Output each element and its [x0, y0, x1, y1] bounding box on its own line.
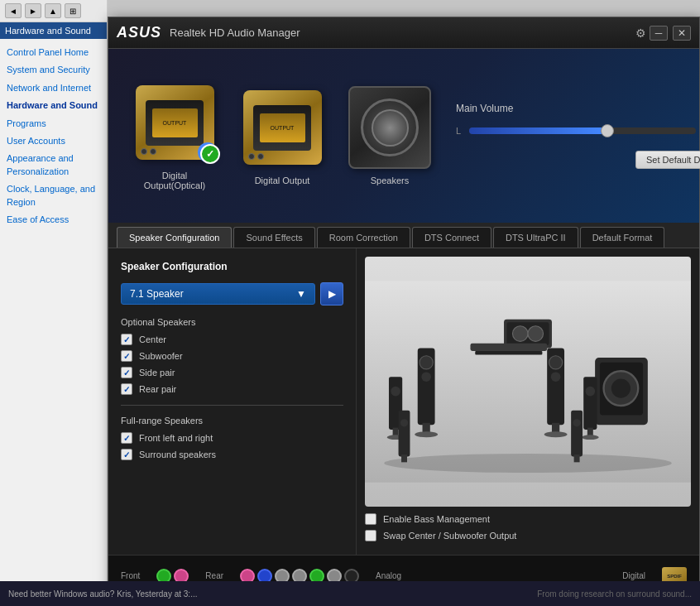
svg-rect-24 [583, 377, 597, 430]
svg-rect-33 [574, 454, 580, 462]
close-button[interactable]: ✕ [673, 26, 691, 41]
speaker-config-select-row: 7.1 Speaker ▼ ▶ [121, 282, 343, 305]
settings-icon[interactable]: ⚙ [631, 26, 650, 41]
tab-speaker-configuration[interactable]: Speaker Configuration [117, 227, 232, 248]
svg-rect-35 [475, 351, 542, 355]
section-divider [121, 405, 343, 406]
svg-point-27 [582, 435, 599, 440]
forward-button[interactable]: ► [25, 3, 41, 18]
subwoofer-label: Subwoofer [139, 351, 183, 361]
cb-row-center: Center [121, 334, 343, 345]
left-panel: Speaker Configuration 7.1 Speaker ▼ ▶ Op… [108, 248, 357, 555]
rear-pair-checkbox[interactable] [121, 383, 132, 395]
check-badge: ✓ [200, 144, 220, 164]
svg-point-9 [611, 379, 630, 398]
device-label-optical: Digital Output(Optical) [133, 171, 216, 190]
device-digital-output[interactable]: OUTPUT Digital Output [241, 86, 324, 185]
svg-point-12 [421, 372, 431, 382]
tab-default-format[interactable]: Default Format [580, 227, 665, 248]
sidebar-item-system-security[interactable]: System and Security [0, 61, 107, 79]
taskbar: Need better Windows audio? Kris, Yesterd… [0, 581, 700, 606]
svg-point-19 [544, 431, 568, 437]
sidebar-item-ease-access[interactable]: Ease of Access [0, 211, 107, 228]
tab-dts-ultrapc[interactable]: DTS UltraPC II [493, 227, 578, 248]
svg-rect-34 [470, 344, 547, 351]
front-label: Front [121, 571, 140, 580]
sidebar-item-user-accounts[interactable]: User Accounts [0, 132, 107, 150]
sidebar-item-network-internet[interactable]: Network and Internet [0, 79, 107, 97]
surround-label: Surround speakers [139, 450, 216, 459]
right-panel: Enable Bass Management Swap Center / Sub… [357, 248, 699, 555]
device-label-speakers: Speakers [371, 176, 409, 185]
sidebar-item-hardware-sound[interactable]: Hardware and Sound [0, 97, 107, 114]
set-default-device-button[interactable]: Set Default Device ▼ [635, 151, 700, 169]
subwoofer-checkbox[interactable] [121, 350, 132, 362]
device-digital-output-optical[interactable]: OUTPUT 💬 ✓ Digital Output(Optical) [133, 81, 216, 190]
svg-point-29 [400, 419, 408, 426]
back-button[interactable]: ◄ [5, 3, 22, 18]
svg-point-11 [420, 356, 433, 369]
realtek-window: ASUS Realtek HD Audio Manager ⚙ ─ ✕ OUTP… [108, 17, 700, 596]
front-lr-checkbox[interactable] [121, 432, 132, 444]
sidebar-item-control-panel-home[interactable]: Control Panel Home [0, 44, 107, 61]
cp-header: Hardware and Sound [0, 22, 107, 39]
volume-label: Main Volume [456, 103, 700, 114]
volume-slider[interactable] [469, 127, 696, 134]
cb-row-rear-pair: Rear pair [121, 383, 343, 395]
analog-label: Analog [376, 571, 401, 580]
speaker-config-dropdown[interactable]: 7.1 Speaker ▼ [121, 283, 315, 305]
full-range-title: Full-range Speakers [121, 416, 343, 426]
tabs-bar: Speaker Configuration Sound Effects Room… [108, 223, 699, 248]
window-title: Realtek HD Audio Manager [170, 26, 631, 39]
bass-management-label: Enable Bass Management [383, 514, 490, 524]
rear-pair-label: Rear pair [139, 384, 176, 394]
device-label-digital: Digital Output [255, 176, 310, 185]
speaker-config-title: Speaker Configuration [121, 261, 343, 272]
swap-center-label: Swap Center / Subwoofer Output [383, 531, 516, 541]
sidebar-item-appearance[interactable]: Appearance and Personalization [0, 150, 107, 180]
center-checkbox[interactable] [121, 334, 132, 345]
svg-point-32 [573, 419, 580, 426]
bass-management-checkbox[interactable] [365, 513, 376, 525]
volume-left-label: L [456, 126, 461, 136]
sidebar-item-clock[interactable]: Clock, Language, and Region [0, 180, 107, 211]
svg-rect-30 [401, 454, 407, 462]
svg-point-5 [528, 326, 544, 342]
taskbar-right: From doing research on surround sound... [537, 589, 692, 599]
tab-dts-connect[interactable]: DTS Connect [412, 227, 491, 248]
play-config-button[interactable]: ▶ [320, 282, 343, 305]
front-lr-label: Front left and right [139, 433, 213, 443]
svg-point-4 [512, 326, 528, 342]
speaker-diagram [365, 257, 691, 507]
volume-area: Main Volume L R 🔊 Set Default Device ▼ [456, 103, 700, 169]
window-controls: ─ ✕ [650, 26, 691, 41]
device-speakers[interactable]: Speakers [348, 86, 431, 185]
sidebar-item-programs[interactable]: Programs [0, 115, 107, 132]
cb-row-front-lr: Front left and right [121, 432, 343, 444]
cb-row-subwoofer: Subwoofer [121, 350, 343, 362]
titlebar: ASUS Realtek HD Audio Manager ⚙ ─ ✕ [108, 17, 699, 49]
up-button[interactable]: ▲ [45, 3, 61, 18]
svg-point-14 [415, 431, 438, 437]
taskbar-text: Need better Windows audio? Kris, Yesterd… [8, 589, 197, 599]
svg-point-25 [586, 387, 596, 397]
side-pair-checkbox[interactable] [121, 367, 132, 378]
minimize-button[interactable]: ─ [650, 26, 668, 41]
swap-center-checkbox[interactable] [365, 530, 376, 541]
optional-speakers-title: Optional Speakers [121, 317, 343, 327]
digital-label: Digital [622, 571, 645, 580]
cb-row-side-pair: Side pair [121, 367, 343, 378]
toolbar-icon[interactable]: ⊞ [65, 3, 81, 18]
svg-point-21 [391, 387, 400, 397]
svg-point-17 [551, 372, 561, 382]
surround-checkbox[interactable] [121, 449, 132, 460]
svg-point-16 [549, 356, 562, 369]
tab-sound-effects[interactable]: Sound Effects [233, 227, 314, 248]
rear-label: Rear [205, 571, 223, 580]
speaker-layout-svg [365, 257, 691, 507]
bass-management-row: Enable Bass Management [365, 513, 691, 525]
tab-room-correction[interactable]: Room Correction [317, 227, 410, 248]
center-label: Center [139, 334, 166, 344]
swap-center-row: Swap Center / Subwoofer Output [365, 530, 691, 541]
devices-area: OUTPUT 💬 ✓ Digital Output(Optical) [108, 49, 699, 223]
